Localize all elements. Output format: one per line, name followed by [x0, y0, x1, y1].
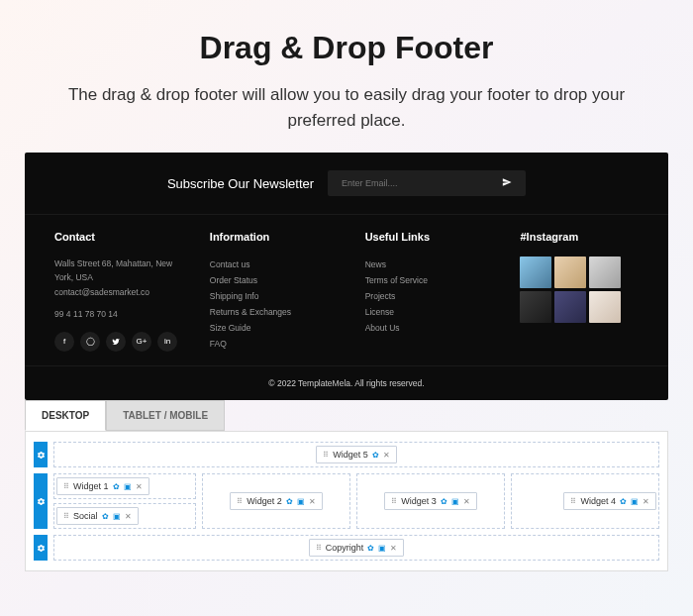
social-links: f ◯ G+ in [54, 332, 186, 352]
gear-icon[interactable]: ✿ [367, 544, 374, 553]
close-icon[interactable]: ✕ [125, 512, 132, 521]
builder-row: ⠿ Widget 1 ✿ ▣ ✕ ⠿ Social ✿ ▣ ✕ [34, 473, 659, 529]
widget-label: Copyright [326, 543, 364, 553]
row-settings-handle[interactable] [34, 535, 48, 561]
information-title: Information [210, 231, 342, 243]
gear-icon[interactable]: ✿ [102, 512, 109, 521]
list-item[interactable]: Order Status [210, 272, 342, 288]
tab-desktop[interactable]: DESKTOP [25, 400, 106, 431]
builder-tabs: DESKTOP TABLET / MOBILE [25, 400, 668, 431]
duplicate-icon[interactable]: ▣ [124, 482, 132, 491]
drop-cell[interactable]: ⠿ Widget 4 ✿ ▣ ✕ [511, 473, 659, 529]
close-icon[interactable]: ✕ [463, 497, 470, 506]
drop-cell[interactable]: ⠿ Widget 5 ✿ ✕ [53, 442, 659, 467]
drop-cell[interactable]: ⠿ Widget 2 ✿ ▣ ✕ [202, 473, 350, 529]
builder-row: ⠿ Copyright ✿ ▣ ✕ [34, 535, 659, 561]
close-icon[interactable]: ✕ [390, 544, 397, 553]
widget-item[interactable]: ⠿ Widget 4 ✿ ▣ ✕ [563, 492, 656, 510]
googleplus-icon[interactable]: G+ [132, 332, 151, 352]
widget-label: Social [73, 511, 98, 521]
close-icon[interactable]: ✕ [383, 451, 390, 460]
drop-cell[interactable]: ⠿ Social ✿ ▣ ✕ [53, 503, 196, 529]
widget-item[interactable]: ⠿ Social ✿ ▣ ✕ [56, 507, 139, 525]
twitter-icon[interactable] [106, 332, 126, 352]
gear-icon[interactable]: ✿ [113, 482, 120, 491]
row-settings-handle[interactable] [34, 473, 48, 529]
close-icon[interactable]: ✕ [136, 482, 143, 491]
drop-cell[interactable]: ⠿ Widget 3 ✿ ▣ ✕ [356, 473, 505, 529]
footer-preview: Subscribe Our Newsletter Contact Walls S… [25, 153, 668, 400]
gear-icon[interactable]: ✿ [620, 497, 627, 506]
tab-tablet-mobile[interactable]: TABLET / MOBILE [106, 400, 225, 431]
newsletter-email-input[interactable] [342, 178, 502, 188]
gear-icon[interactable]: ✿ [441, 497, 447, 506]
list-item[interactable]: About Us [365, 320, 497, 336]
footer-col-instagram: #Instagram [520, 231, 639, 352]
list-item[interactable]: Returns & Exchanges [210, 304, 342, 320]
instagram-image[interactable] [589, 291, 621, 323]
drop-cell[interactable]: ⠿ Copyright ✿ ▣ ✕ [53, 535, 659, 561]
newsletter-label: Subscribe Our Newsletter [167, 176, 314, 191]
contact-address: Walls Street 68, Mahattan, New York, USA [54, 257, 186, 285]
widget-item[interactable]: ⠿ Widget 1 ✿ ▣ ✕ [56, 477, 149, 495]
widget-item[interactable]: ⠿ Copyright ✿ ▣ ✕ [309, 539, 405, 557]
instagram-grid [520, 257, 639, 323]
widget-label: Widget 2 [247, 496, 282, 506]
list-item[interactable]: Contact us [210, 257, 342, 272]
grip-icon: ⠿ [63, 512, 69, 521]
facebook-icon[interactable]: f [54, 332, 74, 352]
contact-email: contact@sadesmarket.co [54, 285, 186, 299]
list-item[interactable]: License [365, 304, 497, 320]
useful-title: Useful Links [365, 231, 497, 243]
instagram-image[interactable] [554, 257, 586, 288]
row-settings-handle[interactable] [34, 442, 48, 467]
close-icon[interactable]: ✕ [309, 497, 316, 506]
newsletter-input-group [328, 170, 526, 196]
copyright-text: © 2022 TemplateMela. All rights reserved… [25, 365, 668, 400]
send-icon[interactable] [502, 177, 512, 189]
duplicate-icon[interactable]: ▣ [378, 544, 386, 553]
instagram-image[interactable] [554, 291, 586, 323]
list-item[interactable]: News [365, 257, 497, 272]
duplicate-icon[interactable]: ▣ [631, 497, 639, 506]
widget-label: Widget 5 [333, 450, 368, 460]
useful-list: News Terms of Service Projects License A… [365, 257, 497, 336]
list-item[interactable]: Size Guide [210, 320, 342, 336]
grip-icon: ⠿ [570, 497, 576, 506]
drop-cell[interactable]: ⠿ Widget 1 ✿ ▣ ✕ [53, 473, 196, 499]
list-item[interactable]: FAQ [210, 336, 342, 352]
footer-builder: DESKTOP TABLET / MOBILE ⠿ Widget 5 ✿ ✕ [25, 400, 668, 571]
widget-item[interactable]: ⠿ Widget 5 ✿ ✕ [316, 446, 397, 463]
close-icon[interactable]: ✕ [643, 497, 649, 506]
gear-icon[interactable]: ✿ [286, 497, 293, 506]
linkedin-icon[interactable]: in [157, 332, 177, 352]
duplicate-icon[interactable]: ▣ [297, 497, 305, 506]
widget-label: Widget 3 [401, 496, 437, 506]
instagram-image[interactable] [520, 291, 551, 323]
grip-icon: ⠿ [316, 544, 322, 553]
widget-item[interactable]: ⠿ Widget 3 ✿ ▣ ✕ [384, 492, 477, 510]
instagram-image[interactable] [520, 257, 551, 288]
widget-label: Widget 1 [73, 481, 109, 491]
footer-col-information: Information Contact us Order Status Ship… [210, 231, 342, 352]
grip-icon: ⠿ [323, 451, 329, 460]
contact-title: Contact [54, 231, 186, 243]
information-list: Contact us Order Status Shipping Info Re… [210, 257, 342, 352]
contact-phone: 99 4 11 78 70 14 [54, 307, 186, 321]
instagram-icon[interactable]: ◯ [80, 332, 100, 352]
grip-icon: ⠿ [237, 497, 243, 506]
list-item[interactable]: Projects [365, 288, 497, 304]
list-item[interactable]: Terms of Service [365, 272, 497, 288]
duplicate-icon[interactable]: ▣ [113, 512, 121, 521]
list-item[interactable]: Shipping Info [210, 288, 342, 304]
instagram-image[interactable] [589, 257, 621, 288]
duplicate-icon[interactable]: ▣ [451, 497, 459, 506]
widget-item[interactable]: ⠿ Widget 2 ✿ ▣ ✕ [230, 492, 323, 510]
builder-row: ⠿ Widget 5 ✿ ✕ [34, 442, 659, 467]
gear-icon[interactable]: ✿ [372, 451, 379, 460]
newsletter-bar: Subscribe Our Newsletter [25, 153, 668, 214]
page-subtitle: The drag & drop footer will allow you to… [59, 82, 634, 133]
footer-col-useful: Useful Links News Terms of Service Proje… [365, 231, 497, 352]
footer-col-contact: Contact Walls Street 68, Mahattan, New Y… [54, 231, 186, 352]
instagram-title: #Instagram [520, 231, 639, 243]
